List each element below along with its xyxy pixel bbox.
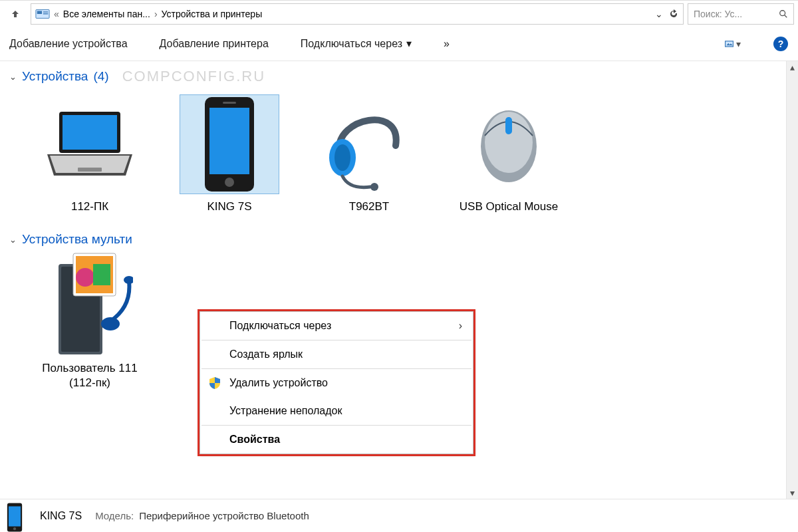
address-bar: « Все элементы пан... › Устройства и при… [0, 0, 798, 27]
ctx-item-label: Свойства [229, 434, 280, 446]
ctx-properties[interactable]: Свойства [200, 426, 473, 454]
submenu-arrow-icon: › [459, 320, 462, 332]
svg-point-28 [101, 317, 120, 331]
laptop-icon [43, 108, 136, 181]
toolbar-overflow-button[interactable]: » [444, 38, 450, 50]
ctx-create-shortcut[interactable]: Создать ярлык [200, 340, 473, 368]
help-icon: ? [773, 37, 788, 51]
device-label: 112-ПК [71, 200, 108, 213]
svg-rect-10 [63, 115, 117, 150]
scroll-down-icon[interactable]: ▾ [787, 487, 798, 499]
group-title: Устройства мульти [22, 232, 132, 247]
svg-point-32 [13, 527, 16, 530]
ctx-item-label: Создать ярлык [229, 348, 303, 360]
svg-rect-21 [505, 117, 512, 134]
svg-point-17 [334, 144, 350, 171]
details-thumbnail [5, 503, 35, 532]
connect-via-button[interactable]: Подключаться через ▾ [301, 37, 412, 50]
svg-point-26 [76, 268, 94, 287]
chevron-down-icon: ▾ [736, 39, 741, 49]
phone-icon [201, 96, 258, 193]
svg-rect-2 [43, 11, 48, 12]
add-device-label: Добавление устройства [9, 38, 128, 50]
breadcrumb-dropdown-icon[interactable]: ⌄ [655, 9, 663, 19]
chevron-down-icon: ▾ [406, 37, 412, 50]
breadcrumb[interactable]: « Все элементы пан... › Устройства и при… [31, 3, 684, 25]
breadcrumb-sep-icon: › [154, 9, 158, 19]
nav-up-button[interactable] [4, 4, 27, 24]
mouse-icon [466, 101, 552, 188]
context-menu: Подключаться через › Создать ярлык Удали… [200, 311, 473, 454]
svg-rect-3 [43, 13, 48, 14]
svg-rect-13 [209, 108, 249, 174]
device-item-king7s[interactable]: KING 7S [173, 94, 286, 213]
arrow-up-icon [10, 9, 21, 19]
svg-line-5 [785, 15, 787, 17]
ctx-troubleshoot[interactable]: Устранение неполадок [200, 397, 473, 425]
add-printer-label: Добавление принтера [160, 38, 269, 50]
device-label: KING 7S [207, 200, 251, 213]
ctx-item-label: Устранение неполадок [229, 405, 342, 417]
svg-point-18 [370, 183, 378, 191]
view-mode-button[interactable]: ▾ [725, 36, 741, 52]
details-name: KING 7S [40, 510, 82, 522]
svg-rect-1 [37, 11, 42, 14]
device-item-usb-mouse[interactable]: USB Optical Mouse [452, 94, 565, 213]
device-label: T962BT [349, 200, 389, 213]
breadcrumb-parent[interactable]: Все элементы пан... [63, 9, 150, 19]
breadcrumb-current[interactable]: Устройства и принтеры [162, 9, 263, 19]
group-title: Устройства [22, 69, 88, 84]
help-button[interactable]: ? [773, 36, 789, 52]
media-server-icon [47, 249, 133, 362]
svg-rect-11 [78, 168, 102, 172]
picture-view-icon [725, 39, 733, 49]
chevron-down-icon: ⌄ [9, 72, 17, 82]
group-header-multimedia[interactable]: ⌄ Устройства мульти [0, 225, 798, 249]
device-row: 112-ПК KING 7S [0, 88, 798, 213]
add-device-button[interactable]: Добавление устройства [9, 38, 128, 50]
breadcrumb-refresh-icon[interactable] [668, 9, 679, 19]
scroll-up-icon[interactable]: ▴ [787, 61, 798, 73]
details-model-label: Модель: [95, 510, 134, 521]
overflow-label: » [444, 38, 450, 50]
uac-shield-icon [208, 376, 221, 390]
svg-rect-7 [726, 41, 733, 46]
phone-icon [5, 503, 24, 532]
vertical-scrollbar[interactable]: ▴ ▾ [786, 61, 798, 499]
details-model-value: Периферийное устройство Bluetooth [139, 510, 309, 521]
svg-rect-27 [93, 264, 110, 285]
control-panel-icon [35, 7, 50, 21]
content-area: ⌄ Устройства (4) COMPCONFIG.RU 112-ПК [0, 61, 798, 499]
ctx-item-label: Удалить устройство [229, 377, 328, 389]
device-item-112pk[interactable]: 112-ПК [33, 94, 146, 213]
svg-point-14 [225, 178, 234, 187]
svg-rect-15 [223, 102, 236, 104]
svg-point-4 [780, 10, 785, 15]
search-input[interactable]: Поиск: Ус... [688, 3, 794, 25]
details-pane: KING 7S Модель: Периферийное устройство … [0, 499, 798, 532]
ctx-connect-via[interactable]: Подключаться через › [200, 312, 473, 340]
chevron-down-icon: ⌄ [9, 235, 17, 245]
svg-point-29 [124, 276, 133, 284]
ctx-item-label: Подключаться через [229, 320, 331, 332]
watermark-text: COMPCONFIG.RU [122, 68, 265, 85]
connect-via-label: Подключаться через [301, 38, 402, 50]
device-item-t962bt[interactable]: T962BT [313, 94, 426, 213]
svg-rect-31 [9, 506, 21, 526]
breadcrumb-chevron-icon: « [54, 9, 59, 19]
group-count: (4) [93, 69, 108, 84]
group-header-devices[interactable]: ⌄ Устройства (4) COMPCONFIG.RU [0, 61, 798, 88]
device-item-mediaserver[interactable]: Пользователь 111 (112-пк) [33, 256, 146, 390]
device-label: USB Optical Mouse [460, 200, 558, 213]
bluetooth-headset-icon [323, 98, 416, 191]
device-label: Пользователь 111 (112-пк) [33, 361, 146, 390]
toolbar: Добавление устройства Добавление принтер… [0, 27, 798, 61]
add-printer-button[interactable]: Добавление принтера [160, 38, 269, 50]
search-icon [779, 9, 788, 19]
search-placeholder: Поиск: Ус... [694, 9, 775, 19]
ctx-remove-device[interactable]: Удалить устройство [200, 369, 473, 397]
